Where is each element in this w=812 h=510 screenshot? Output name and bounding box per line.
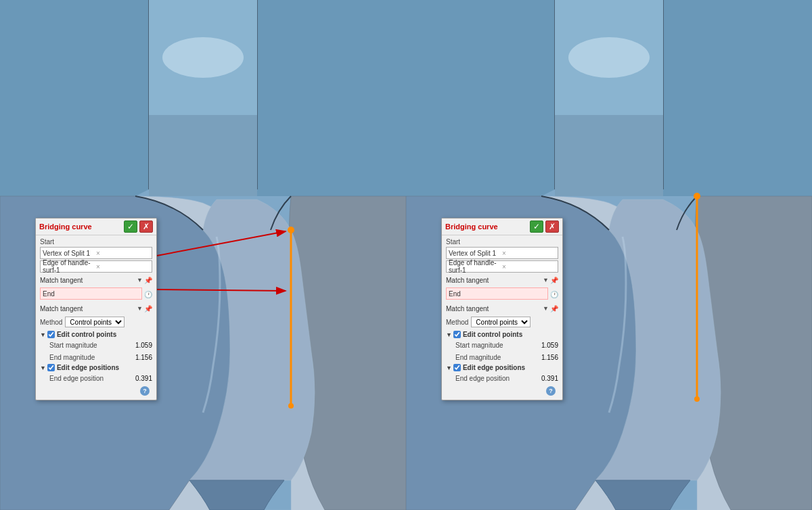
right-dialog-title-bar: Bridging curve ✓ ✗ (442, 218, 562, 235)
right-end-magnitude-row: End magnitude 1.156 (446, 352, 558, 363)
right-match-tangent-arrow-1[interactable]: ▼ (543, 277, 549, 283)
end-value: End (43, 290, 139, 298)
right-edit-control-points-checkbox[interactable] (453, 331, 461, 338)
end-magnitude-value: 1.156 (129, 354, 152, 361)
right-method-row: Method Control points (446, 316, 558, 328)
pin-icon-2[interactable]: 📌 (144, 305, 152, 312)
svg-rect-7 (149, 115, 257, 196)
end-magnitude-label: End magnitude (49, 354, 129, 361)
right-match-tangent-label-1: Match tangent (446, 277, 541, 284)
end-edge-position-value: 0.391 (129, 375, 152, 382)
control-points-header[interactable]: ▼ Edit control points (40, 331, 152, 338)
svg-point-11 (288, 403, 294, 409)
right-match-tangent-arrow-2[interactable]: ▼ (543, 305, 549, 312)
end-magnitude-row: End magnitude 1.156 (40, 352, 152, 363)
edit-control-points-checkbox[interactable] (47, 331, 55, 338)
left-dialog: Bridging curve ✓ ✗ Start Vertex of Split… (35, 218, 157, 400)
right-start-magnitude-label: Start magnitude (455, 342, 535, 349)
svg-rect-22 (555, 115, 663, 196)
right-dialog-title: Bridging curve (445, 223, 498, 231)
edge-input[interactable]: Edge of handle-surf-1 × (40, 260, 152, 273)
right-method-label: Method (446, 319, 468, 326)
right-pin-icon-1[interactable]: 📌 (550, 277, 558, 284)
right-control-points-header[interactable]: ▼ Edit control points (446, 331, 558, 338)
right-edge-input[interactable]: Edge of handle-surf-1 × (446, 260, 558, 273)
method-label: Method (40, 319, 62, 326)
pin-icon-1[interactable]: 📌 (144, 277, 152, 284)
control-points-section: ▼ Edit control points Start magnitude 1.… (40, 331, 152, 363)
svg-point-25 (694, 193, 700, 200)
edit-edge-positions-label[interactable]: Edit edge positions (47, 364, 119, 371)
main-container: Bridging curve ✓ ✗ Start Vertex of Split… (0, 0, 812, 510)
dialog-title-bar: Bridging curve ✓ ✗ (36, 218, 156, 235)
end-input[interactable]: End (40, 287, 142, 300)
right-dialog-buttons: ✓ ✗ (530, 221, 559, 233)
svg-point-10 (288, 227, 294, 233)
right-edit-control-points-label[interactable]: Edit control points (453, 331, 522, 338)
match-tangent-label-1: Match tangent (40, 277, 135, 284)
left-half: Bridging curve ✓ ✗ Start Vertex of Split… (0, 0, 406, 510)
right-collapse-arrow-1: ▼ (446, 331, 452, 338)
help-icon[interactable]: ? (140, 386, 150, 396)
right-clock-icon[interactable]: 🕐 (550, 291, 558, 298)
right-vertex-value: Vertex of Split 1 (449, 250, 502, 257)
right-vertex-input[interactable]: Vertex of Split 1 × (446, 247, 558, 259)
right-help-icon[interactable]: ? (546, 386, 556, 396)
match-tangent-row-2: Match tangent ▼ 📌 (40, 302, 152, 315)
match-tangent-row-1: Match tangent ▼ 📌 (40, 274, 152, 286)
right-edge-close-icon[interactable]: × (502, 263, 556, 271)
edit-control-points-label[interactable]: Edit control points (47, 331, 116, 338)
start-magnitude-row: Start magnitude 1.059 (40, 340, 152, 350)
right-half: Bridging curve ✓ ✗ Start Vertex of Split… (406, 0, 812, 510)
match-tangent-arrow-2[interactable]: ▼ (137, 305, 143, 312)
svg-point-8 (162, 37, 244, 78)
right-method-select[interactable]: Control points (471, 317, 531, 327)
dialog-body: Start Vertex of Split 1 × Edge of handle… (36, 235, 156, 400)
vertex-close-icon[interactable]: × (96, 250, 150, 257)
right-match-tangent-row-1: Match tangent ▼ 📌 (446, 274, 558, 286)
right-end-edge-position-label: End edge position (455, 375, 535, 382)
collapse-arrow-1: ▼ (40, 331, 46, 338)
right-dialog-body: Start Vertex of Split 1 × Edge of handle… (442, 235, 562, 400)
cancel-button[interactable]: ✗ (139, 221, 153, 233)
method-select[interactable]: Control points (65, 317, 125, 327)
help-row: ? (40, 385, 152, 397)
right-pin-icon-2[interactable]: 📌 (550, 305, 558, 312)
vertex-input[interactable]: Vertex of Split 1 × (40, 247, 152, 259)
right-start-magnitude-row: Start magnitude 1.059 (446, 340, 558, 350)
right-end-magnitude-label: End magnitude (455, 354, 535, 361)
right-end-magnitude-value: 1.156 (535, 354, 558, 361)
edge-value: Edge of handle-surf-1 (43, 259, 96, 274)
right-edit-edge-positions-checkbox[interactable] (453, 364, 461, 371)
right-start-magnitude-value: 1.059 (535, 342, 558, 349)
dialog-buttons: ✓ ✗ (124, 221, 153, 233)
match-tangent-arrow-1[interactable]: ▼ (137, 277, 143, 283)
clock-icon[interactable]: 🕐 (144, 291, 152, 298)
right-cancel-button[interactable]: ✗ (545, 221, 559, 233)
right-edge-value: Edge of handle-surf-1 (449, 259, 502, 274)
svg-point-23 (568, 37, 650, 78)
svg-point-26 (694, 396, 700, 402)
right-control-points-section: ▼ Edit control points Start magnitude 1.… (446, 331, 558, 363)
method-row: Method Control points (40, 316, 152, 328)
dialog-title: Bridging curve (39, 223, 92, 231)
ok-button[interactable]: ✓ (124, 221, 137, 233)
right-edge-positions-header[interactable]: ▼ Edit edge positions (446, 364, 558, 371)
right-end-edge-position-row: End edge position 0.391 (446, 373, 558, 384)
start-label: Start (40, 238, 152, 246)
right-match-tangent-row-2: Match tangent ▼ 📌 (446, 302, 558, 315)
edit-edge-positions-checkbox[interactable] (47, 364, 55, 371)
right-edit-edge-positions-label[interactable]: Edit edge positions (453, 364, 525, 371)
right-ok-button[interactable]: ✓ (530, 221, 543, 233)
edge-positions-header[interactable]: ▼ Edit edge positions (40, 364, 152, 371)
edge-close-icon[interactable]: × (96, 263, 150, 271)
start-magnitude-label: Start magnitude (49, 342, 129, 349)
right-edge-positions-section: ▼ Edit edge positions End edge position … (446, 364, 558, 384)
collapse-arrow-2: ▼ (40, 365, 46, 371)
right-vertex-close-icon[interactable]: × (502, 250, 556, 257)
right-end-input[interactable]: End (446, 287, 548, 300)
right-match-tangent-label-2: Match tangent (446, 305, 541, 312)
right-dialog: Bridging curve ✓ ✗ Start Vertex of Split… (441, 218, 563, 400)
edge-positions-section: ▼ Edit edge positions End edge position … (40, 364, 152, 384)
right-help-row: ? (446, 385, 558, 397)
